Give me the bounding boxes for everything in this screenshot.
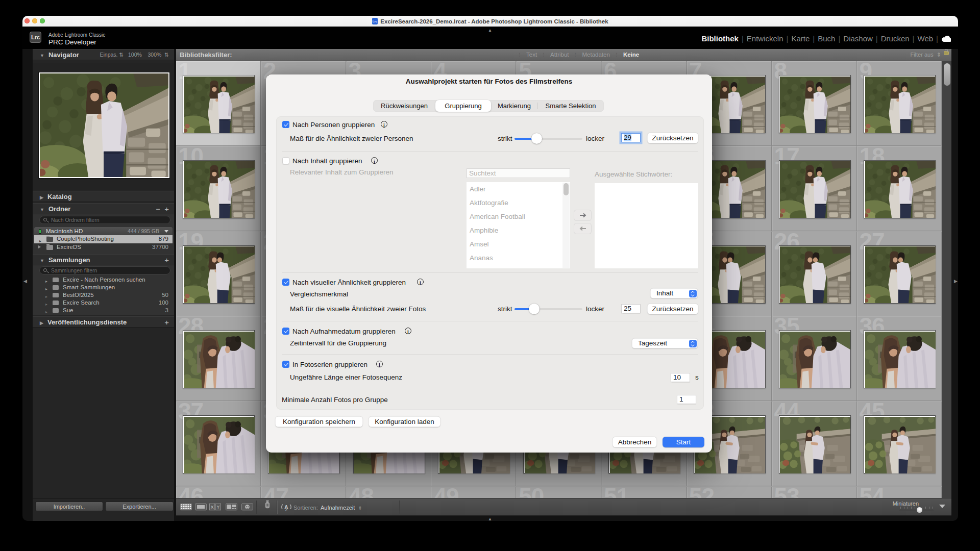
svg-text:Z: Z — [285, 508, 288, 511]
svg-text:Lrc: Lrc — [373, 20, 378, 23]
svg-text:X: X — [211, 505, 214, 510]
svg-text:Y: Y — [217, 505, 220, 510]
